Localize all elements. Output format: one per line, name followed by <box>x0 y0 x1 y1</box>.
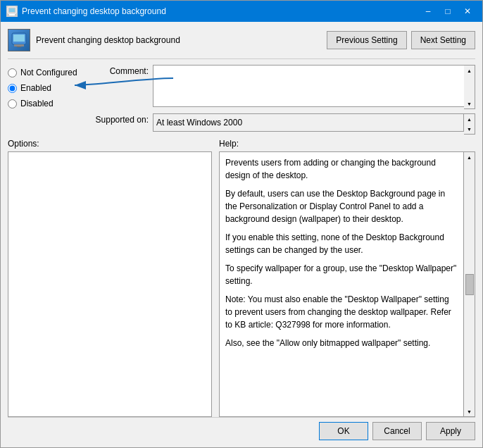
previous-setting-button[interactable]: Previous Setting <box>327 31 406 49</box>
window-title: Prevent changing desktop background <box>22 6 419 16</box>
comment-label: Comment: <box>92 65 149 76</box>
help-label: Help: <box>219 139 475 149</box>
help-box-container: Prevents users from adding or changing t… <box>219 151 475 417</box>
scroll-thumb[interactable] <box>465 274 474 295</box>
svg-rect-6 <box>17 46 21 47</box>
options-box <box>8 151 212 417</box>
comment-container <box>153 65 475 109</box>
footer: OK Cancel Apply <box>8 417 475 440</box>
radio-panel: Not Configured Enabled Disabled <box>8 65 92 135</box>
supported-value <box>153 113 464 132</box>
config-area: Not Configured Enabled Disabled Comm <box>8 65 475 135</box>
help-section: Help: Prevents users from adding or chan… <box>219 139 475 417</box>
ok-button[interactable]: OK <box>319 422 368 440</box>
svg-rect-4 <box>13 35 25 42</box>
not-configured-radio[interactable]: Not Configured <box>8 68 92 77</box>
scroll-down-arrow[interactable] <box>465 99 475 108</box>
main-window: Prevent changing desktop background – □ … <box>0 0 483 448</box>
help-para-1: Prevents users from adding or changing t… <box>225 156 458 182</box>
svg-rect-1 <box>9 8 15 12</box>
comment-row: Comment: <box>92 65 475 109</box>
dialog-content: Prevent changing desktop background Prev… <box>1 22 482 447</box>
maximize-button[interactable]: □ <box>439 4 457 18</box>
supported-scrollbar <box>464 113 475 135</box>
options-label: Options: <box>8 139 212 149</box>
options-help-area: Options: Help: Prevents users from addin… <box>8 139 475 417</box>
navigation-buttons: Previous Setting Next Setting <box>327 31 475 49</box>
help-scroll-up[interactable] <box>465 152 475 162</box>
help-para-4: To specify wallpaper for a group, use th… <box>225 262 458 287</box>
comment-textarea[interactable] <box>153 65 475 107</box>
cancel-button[interactable]: Cancel <box>372 422 422 440</box>
supported-label: Supported on: <box>92 113 149 125</box>
sup-scroll-down[interactable] <box>465 124 475 134</box>
header-row: Prevent changing desktop background Prev… <box>8 29 475 51</box>
svg-rect-2 <box>9 14 15 15</box>
comment-scrollbar <box>464 65 475 109</box>
radio-group: Not Configured Enabled Disabled <box>8 68 92 108</box>
help-scroll-down[interactable] <box>465 406 475 416</box>
sup-scroll-up[interactable] <box>465 114 475 124</box>
next-setting-button[interactable]: Next Setting <box>411 31 475 49</box>
scroll-up-arrow[interactable] <box>465 66 475 75</box>
help-para-3: If you enable this setting, none of the … <box>225 231 458 256</box>
enabled-radio[interactable]: Enabled <box>8 83 92 93</box>
help-para-2: By default, users can use the Desktop Ba… <box>225 187 458 225</box>
policy-icon <box>8 29 30 51</box>
help-para-6: Also, see the "Allow only bitmapped wall… <box>225 337 458 349</box>
close-button[interactable]: ✕ <box>458 4 477 18</box>
help-para-5: Note: You must also enable the "Desktop … <box>225 293 458 331</box>
svg-rect-5 <box>14 44 24 46</box>
window-icon <box>6 6 18 17</box>
options-section: Options: <box>8 139 212 417</box>
title-bar: Prevent changing desktop background – □ … <box>1 1 482 22</box>
window-controls: – □ ✕ <box>419 4 477 18</box>
disabled-radio[interactable]: Disabled <box>8 99 92 108</box>
minimize-button[interactable]: – <box>419 4 437 18</box>
dialog-title: Prevent changing desktop background <box>36 35 327 45</box>
help-text-box: Prevents users from adding or changing t… <box>219 151 464 417</box>
supported-row: Supported on: <box>92 113 475 135</box>
apply-button[interactable]: Apply <box>426 422 475 440</box>
right-panel: Comment: Supported on: <box>92 65 475 135</box>
help-scrollbar <box>464 151 475 417</box>
